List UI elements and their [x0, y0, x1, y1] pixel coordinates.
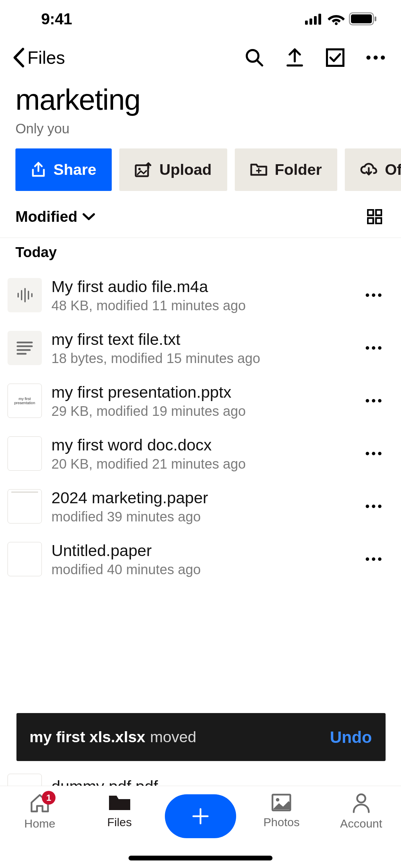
view-toggle-button[interactable] [367, 209, 382, 224]
svg-rect-0 [305, 21, 308, 25]
toast-status: moved [150, 728, 196, 746]
file-more-button[interactable] [362, 557, 386, 561]
action-row: Share Upload Folder Offline [0, 145, 401, 198]
folder-label: Folder [275, 161, 322, 179]
upload-arrow-icon [285, 48, 304, 68]
svg-point-47 [366, 557, 369, 561]
svg-rect-3 [318, 14, 321, 25]
svg-point-4 [335, 22, 338, 25]
toast-text: my first xls.xlsx moved [29, 728, 196, 746]
share-button[interactable]: Share [15, 148, 112, 191]
cellular-icon [305, 13, 324, 25]
file-more-button[interactable] [362, 504, 386, 508]
folder-plus-icon [250, 162, 267, 177]
audio-icon [16, 287, 33, 303]
svg-point-16 [138, 168, 141, 170]
file-thumbnail [8, 436, 42, 471]
more-button[interactable] [366, 48, 386, 68]
account-icon [352, 793, 371, 813]
share-icon [31, 161, 46, 178]
tab-files-label: Files [107, 816, 132, 829]
file-row[interactable]: My first audio file.m4a 48 KB, modified … [0, 269, 401, 322]
svg-point-29 [372, 293, 375, 297]
status-indicators [305, 12, 387, 25]
more-horizontal-icon [366, 55, 385, 60]
svg-point-54 [357, 794, 365, 803]
svg-point-12 [366, 56, 370, 60]
tab-home-label: Home [24, 817, 56, 830]
svg-point-43 [378, 452, 381, 455]
file-more-button[interactable] [362, 346, 386, 350]
cloud-download-icon [360, 163, 377, 177]
file-row[interactable]: my first preaentation my first presentat… [0, 374, 401, 427]
svg-point-46 [378, 505, 381, 508]
search-button[interactable] [244, 48, 264, 68]
status-time: 9:41 [41, 10, 72, 28]
tab-account-label: Account [340, 817, 382, 830]
file-row[interactable]: 2024 marketing.paper modified 39 minutes… [0, 480, 401, 533]
file-name: my first text file.txt [51, 330, 352, 349]
back-button[interactable]: Files [12, 47, 65, 68]
back-label: Files [27, 47, 65, 68]
upload-label: Upload [159, 161, 212, 179]
checkbox-icon [326, 48, 345, 67]
page-subtitle: Only you [15, 121, 386, 136]
upload-action-button[interactable]: Upload [119, 148, 227, 191]
chevron-left-icon [12, 48, 26, 68]
search-icon [245, 48, 264, 67]
svg-rect-22 [376, 218, 381, 224]
more-horizontal-icon [365, 293, 382, 297]
svg-point-53 [276, 798, 279, 801]
more-horizontal-icon [365, 504, 382, 508]
section-header: Today [0, 238, 401, 269]
select-button[interactable] [325, 48, 345, 68]
file-name: Untitled.paper [51, 541, 352, 560]
file-meta: 48 KB, modified 11 minutes ago [51, 298, 352, 313]
undo-button[interactable]: Undo [330, 728, 372, 747]
svg-point-48 [372, 557, 375, 561]
file-thumbnail: my first preaentation [8, 384, 42, 418]
tab-photos[interactable]: Photos [247, 793, 316, 829]
svg-rect-7 [375, 16, 376, 21]
file-more-button[interactable] [362, 293, 386, 297]
more-horizontal-icon [365, 557, 382, 561]
file-meta: modified 39 minutes ago [51, 509, 352, 525]
svg-point-42 [372, 452, 375, 455]
chevron-down-icon [82, 213, 95, 221]
svg-point-40 [378, 399, 381, 402]
file-row[interactable]: my first text file.txt 18 bytes, modifie… [0, 322, 401, 374]
page-title: marketing [15, 84, 386, 115]
navbar: Files [0, 38, 401, 77]
file-row[interactable]: my first word doc.docx 20 KB, modified 2… [0, 427, 401, 480]
svg-rect-2 [314, 16, 317, 25]
folder-action-button[interactable]: Folder [235, 148, 338, 191]
fab-button[interactable] [165, 794, 236, 838]
more-horizontal-icon [365, 451, 382, 456]
sort-row: Modified [0, 198, 401, 238]
wifi-icon [328, 13, 345, 25]
more-horizontal-icon [365, 399, 382, 403]
page-header: marketing Only you [0, 77, 401, 145]
file-name: my first word doc.docx [51, 435, 352, 454]
file-more-button[interactable] [362, 399, 386, 403]
text-icon [16, 341, 33, 355]
file-meta: 29 KB, modified 19 minutes ago [51, 403, 352, 419]
file-more-button[interactable] [362, 451, 386, 456]
file-thumbnail [8, 278, 42, 312]
tab-home[interactable]: Home 1 [5, 793, 74, 830]
svg-point-14 [381, 56, 385, 60]
toast-file: my first xls.xlsx [29, 728, 145, 746]
svg-rect-6 [351, 14, 372, 23]
tab-files[interactable]: Files [85, 793, 154, 829]
file-thumbnail [8, 331, 42, 365]
tab-create[interactable] [165, 793, 236, 838]
svg-point-45 [372, 505, 375, 508]
offline-action-button[interactable]: Offline [345, 148, 401, 191]
sort-button[interactable]: Modified [15, 208, 95, 225]
tab-account[interactable]: Account [327, 793, 396, 830]
upload-button[interactable] [285, 48, 305, 68]
home-indicator[interactable] [129, 856, 272, 860]
svg-point-44 [366, 505, 369, 508]
file-row[interactable]: Untitled.paper modified 40 minutes ago [0, 533, 401, 586]
svg-point-37 [378, 346, 381, 350]
